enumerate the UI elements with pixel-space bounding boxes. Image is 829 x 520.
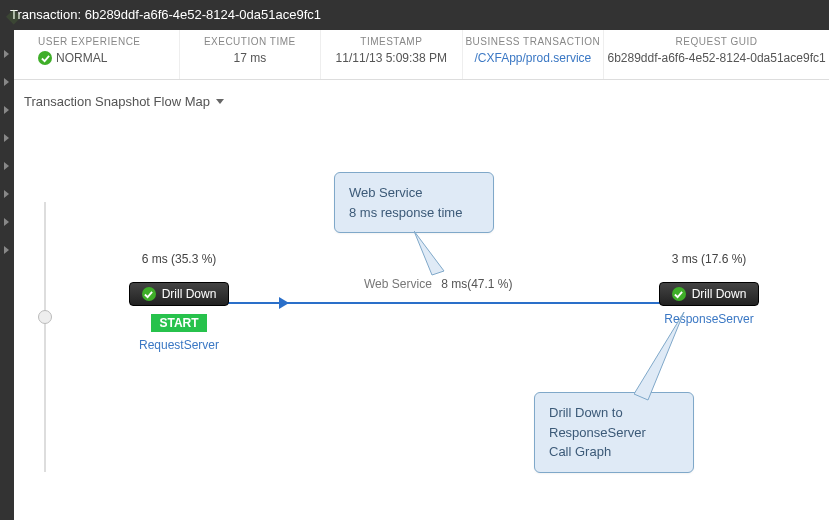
metric-exec: EXECUTION TIME 17 ms bbox=[179, 30, 321, 79]
node-timing: 6 ms (35.3 %) bbox=[114, 252, 244, 266]
node-name-link[interactable]: RequestServer bbox=[114, 338, 244, 352]
drill-down-label: Drill Down bbox=[162, 283, 217, 305]
metric-label: EXECUTION TIME bbox=[180, 36, 321, 47]
metric-ux: USER EXPERIENCE NORMAL bbox=[14, 30, 179, 79]
node-request[interactable]: 6 ms (35.3 %) Drill Down START RequestSe… bbox=[114, 252, 244, 352]
metric-label: TIMESTAMP bbox=[321, 36, 462, 47]
arrow-right-icon bbox=[279, 297, 289, 309]
transaction-id: 6b289ddf-a6f6-4e52-8124-0da51ace9fc1 bbox=[85, 7, 321, 22]
callout-text: Web Service bbox=[349, 183, 479, 203]
status-ok-icon bbox=[38, 51, 52, 65]
drill-down-button[interactable]: Drill Down bbox=[129, 282, 229, 306]
status-ok-icon bbox=[142, 287, 156, 301]
drill-down-label: Drill Down bbox=[692, 283, 747, 305]
callout-text: Call Graph bbox=[549, 442, 679, 462]
titlebar: ◆ Transaction: 6b289ddf-a6f6-4e52-8124-0… bbox=[0, 0, 829, 30]
gutter-expand-icon[interactable] bbox=[4, 190, 9, 198]
metric-value: 11/11/13 5:09:38 PM bbox=[321, 51, 462, 65]
zoom-slider-track[interactable] bbox=[44, 202, 46, 472]
metric-guid: REQUEST GUID 6b289ddf-a6f6-4e52-8124-0da… bbox=[603, 30, 829, 79]
metric-label: BUSINESS TRANSACTION bbox=[463, 36, 604, 47]
callout-pointer-icon bbox=[414, 231, 454, 286]
annotation-callout: Drill Down to ResponseServer Call Graph bbox=[534, 392, 694, 473]
annotation-callout: Web Service 8 ms response time bbox=[334, 172, 494, 233]
gutter-expand-icon[interactable] bbox=[4, 106, 9, 114]
app-logo: ◆ bbox=[6, 0, 21, 30]
metric-label: USER EXPERIENCE bbox=[38, 36, 179, 47]
zoom-slider-handle[interactable] bbox=[38, 310, 52, 324]
metric-timestamp: TIMESTAMP 11/11/13 5:09:38 PM bbox=[320, 30, 462, 79]
chevron-down-icon bbox=[216, 99, 224, 104]
start-badge: START bbox=[151, 314, 206, 332]
gutter-expand-icon[interactable] bbox=[4, 134, 9, 142]
metric-value: 17 ms bbox=[180, 51, 321, 65]
content-area: Transaction Snapshot Flow Map Web Servic… bbox=[14, 80, 829, 520]
gutter-expand-icon[interactable] bbox=[4, 78, 9, 86]
flow-edge[interactable] bbox=[224, 302, 669, 304]
metric-value: 6b289ddf-a6f6-4e52-8124-0da51ace9fc1 bbox=[604, 51, 829, 65]
drill-down-button[interactable]: Drill Down bbox=[659, 282, 759, 306]
callout-pointer-icon bbox=[634, 312, 694, 402]
left-gutter bbox=[0, 30, 14, 520]
ux-status-text: NORMAL bbox=[56, 51, 107, 65]
gutter-expand-icon[interactable] bbox=[4, 50, 9, 58]
metric-value: NORMAL bbox=[38, 51, 179, 65]
flowmap-title-dropdown[interactable]: Transaction Snapshot Flow Map bbox=[14, 80, 829, 123]
metrics-bar: USER EXPERIENCE NORMAL EXECUTION TIME 17… bbox=[14, 30, 829, 80]
gutter-expand-icon[interactable] bbox=[4, 162, 9, 170]
metric-label: REQUEST GUID bbox=[604, 36, 829, 47]
callout-text: ResponseServer bbox=[549, 423, 679, 443]
gutter-expand-icon[interactable] bbox=[4, 246, 9, 254]
node-timing: 3 ms (17.6 %) bbox=[644, 252, 774, 266]
status-ok-icon bbox=[672, 287, 686, 301]
flowmap-title-text: Transaction Snapshot Flow Map bbox=[24, 94, 210, 109]
bt-link[interactable]: /CXFApp/prod.service bbox=[463, 51, 604, 65]
metric-bt: BUSINESS TRANSACTION /CXFApp/prod.servic… bbox=[462, 30, 604, 79]
callout-text: Drill Down to bbox=[549, 403, 679, 423]
callout-text: 8 ms response time bbox=[349, 203, 479, 223]
gutter-expand-icon[interactable] bbox=[4, 218, 9, 226]
flow-map[interactable]: Web Service 8 ms(47.1 %) 6 ms (35.3 %) D… bbox=[14, 122, 829, 520]
